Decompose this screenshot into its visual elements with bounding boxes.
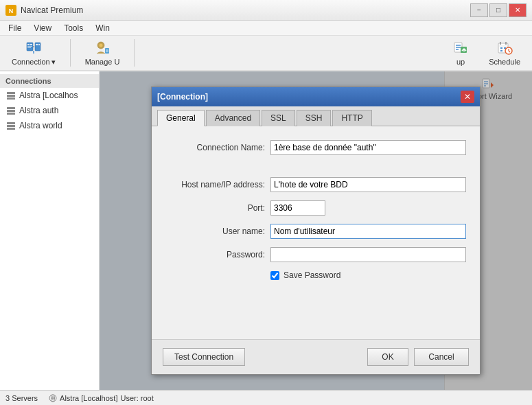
tab-advanced[interactable]: Advanced (206, 110, 260, 126)
svg-rect-40 (7, 125, 15, 127)
svg-rect-34 (7, 95, 15, 97)
app-icon: N (5, 5, 16, 16)
right-toolbar: up (441, 36, 527, 69)
save-password-checkbox[interactable] (270, 271, 279, 280)
password-row: Password: (165, 247, 466, 262)
up-icon (452, 40, 469, 56)
svg-rect-10 (38, 44, 40, 45)
dialog-tabs: General Advanced SSL SSH HTTP (152, 106, 480, 126)
host-row: Host name/IP address: (165, 177, 466, 192)
up-label: up (456, 58, 465, 66)
tab-http[interactable]: HTTP (332, 110, 371, 126)
tab-ssh[interactable]: SSH (297, 110, 332, 126)
sidebar-item-alstra-auth[interactable]: Alstra auth (0, 103, 99, 118)
menu-win[interactable]: Win (90, 22, 115, 34)
connection-name-input[interactable] (270, 140, 466, 155)
connection-dialog: [Connection] ✕ General Advanced SSL SSH … (151, 86, 481, 375)
content-area: Connections Alstra [Localhos (0, 71, 532, 390)
svg-rect-39 (7, 122, 15, 124)
maximize-button[interactable]: □ (489, 3, 507, 17)
port-input[interactable] (270, 200, 325, 216)
title-bar: N Navicat Premium − □ ✕ (0, 0, 532, 21)
menu-bar: File View Tools Win (0, 21, 532, 36)
connection-status-item: Alstra [Localhost] User: root (49, 394, 154, 402)
title-bar-left: N Navicat Premium (5, 5, 83, 16)
svg-rect-29 (500, 50, 502, 51)
spacer-1 (165, 163, 466, 169)
user-info: User: root (120, 394, 153, 402)
footer-right: OK Cancel (367, 348, 469, 366)
minimize-button[interactable]: − (470, 3, 488, 17)
footer-left: Test Connection (163, 348, 245, 366)
dialog-overlay: [Connection] ✕ General Advanced SSL SSH … (100, 71, 532, 390)
server-icon-3 (5, 120, 16, 131)
svg-rect-41 (7, 128, 15, 130)
tab-general[interactable]: General (157, 110, 205, 126)
dialog-title: [Connection] (157, 92, 208, 102)
schedule-button[interactable]: Schedule (483, 36, 527, 69)
svg-rect-27 (500, 47, 502, 49)
save-password-label: Save Password (284, 270, 340, 280)
server-icon (5, 90, 16, 101)
test-connection-button[interactable]: Test Connection (163, 348, 245, 366)
sidebar-item-alstra-world[interactable]: Alstra world (0, 118, 99, 133)
connection-button[interactable]: Connection ▾ (5, 36, 62, 70)
svg-rect-38 (7, 113, 15, 115)
svg-text:N: N (9, 8, 14, 14)
status-bar: 3 Servers Alstra [Localhost] User: root (0, 390, 532, 405)
server-icon-2 (5, 105, 16, 116)
username-input[interactable] (270, 224, 466, 239)
connection-name-label: Connection Name: (165, 143, 265, 152)
dialog-form: Connection Name: Host name/IP address: (152, 126, 480, 339)
svg-rect-36 (7, 107, 15, 109)
main-window: N Navicat Premium − □ ✕ File View Tools … (0, 0, 532, 405)
close-button[interactable]: ✕ (509, 3, 527, 17)
menu-tools[interactable]: Tools (58, 22, 89, 34)
dialog-close-button[interactable]: ✕ (461, 91, 474, 103)
dialog-title-bar: [Connection] ✕ (152, 87, 480, 106)
svg-rect-14 (105, 48, 109, 54)
host-input[interactable] (270, 177, 466, 192)
ok-button[interactable]: OK (367, 348, 408, 366)
tab-ssl[interactable]: SSL (262, 110, 295, 126)
svg-rect-3 (27, 44, 30, 45)
toolbar: Connection ▾ Manage U (0, 36, 532, 71)
svg-point-13 (100, 44, 103, 47)
toolbar-sep-1 (70, 39, 71, 67)
svg-rect-9 (36, 44, 38, 45)
schedule-icon (496, 40, 513, 56)
connection-icon (25, 40, 42, 56)
password-input[interactable] (270, 247, 466, 262)
connection-name-row: Connection Name: (165, 140, 466, 155)
port-row: Port: (165, 200, 466, 216)
app-title: Navicat Premium (21, 5, 83, 15)
title-bar-buttons: − □ ✕ (470, 3, 527, 17)
dialog-footer: Test Connection OK Cancel (152, 339, 480, 374)
svg-rect-33 (7, 92, 15, 94)
svg-rect-8 (35, 43, 41, 51)
sidebar-item-alstra-localhost[interactable]: Alstra [Localhos (0, 88, 99, 103)
manage-icon (94, 40, 111, 56)
menu-view[interactable]: View (28, 22, 57, 34)
server-count: 3 Servers (5, 394, 38, 402)
main-content: Export Wizard [Connection] ✕ General Adv… (100, 71, 532, 390)
svg-rect-4 (30, 44, 32, 45)
schedule-label: Schedule (489, 58, 520, 66)
manage-button[interactable]: Manage U (79, 36, 126, 69)
menu-file[interactable]: File (3, 22, 27, 34)
manage-label: Manage U (85, 58, 120, 66)
connection-label: Connection ▾ (12, 58, 56, 67)
svg-rect-6 (27, 47, 31, 48)
svg-rect-5 (27, 46, 32, 47)
sidebar-header: Connections (0, 74, 99, 88)
username-row: User name: (165, 224, 466, 239)
username-label: User name: (165, 227, 265, 236)
svg-rect-37 (7, 110, 15, 112)
sidebar: Connections Alstra [Localhos (0, 71, 100, 390)
cancel-button[interactable]: Cancel (414, 348, 469, 366)
password-label: Password: (165, 250, 265, 259)
status-icon (49, 394, 57, 402)
host-label: Host name/IP address: (165, 180, 265, 189)
up-button[interactable]: up (441, 36, 480, 69)
save-password-row: Save Password (270, 270, 466, 280)
